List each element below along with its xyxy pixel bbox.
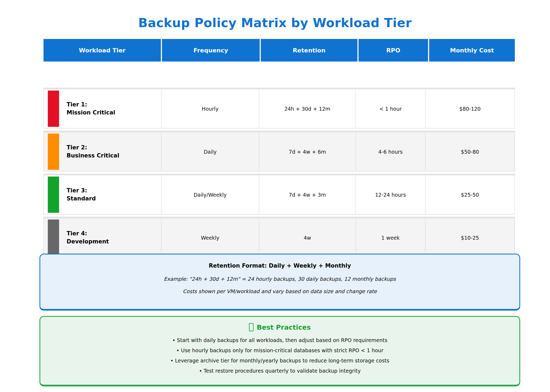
tier1-label: Tier 1: Mission Critical [67, 101, 115, 117]
tier2-label-line1: Tier 2: [67, 144, 119, 152]
best-practice-item-2: • Use hourly backups only for mission-cr… [40, 347, 519, 353]
tier1-color-bar [48, 91, 59, 127]
missing-glyph-icon [249, 323, 254, 331]
tier2-label: Tier 2: Business Critical [67, 144, 119, 160]
table-row-tier4: Tier 4: Development Weekly 4w 1 week $10… [44, 218, 515, 257]
tier1-frequency-cell: Hourly [161, 89, 259, 128]
tier1-retention-cell: 24h + 30d + 12m [259, 89, 356, 128]
best-practice-item-3: • Leverage archive tier for monthly/year… [40, 358, 519, 364]
retention-format-costs: Costs shown per VM/workload and vary bas… [40, 288, 519, 294]
tier3-frequency-cell: Daily/Weekly [161, 175, 259, 214]
tier3-color-bar [48, 177, 59, 213]
tier1-name-cell: Tier 1: Mission Critical [44, 89, 161, 128]
header-spacer [44, 62, 515, 89]
tier2-monthly-cost-cell: $50-80 [425, 132, 515, 171]
table-row-tier1: Tier 1: Mission Critical Hourly 24h + 30… [44, 89, 515, 128]
tier2-rpo-cell: 4-6 hours [356, 132, 425, 171]
tier1-label-line1: Tier 1: [67, 101, 115, 109]
tier2-frequency-cell: Daily [161, 132, 259, 171]
tier4-label-line2: Development [67, 238, 109, 246]
retention-format-title: Retention Format: Daily + Weekly + Month… [40, 262, 519, 269]
table-row-tier2: Tier 2: Business Critical Daily 7d + 4w … [44, 132, 515, 171]
tier3-label-line2: Standard [67, 195, 96, 203]
tier4-name-cell: Tier 4: Development [44, 218, 161, 257]
column-header-monthly-cost: Monthly Cost [429, 39, 515, 62]
tier4-monthly-cost-cell: $10-25 [425, 218, 515, 257]
best-practices-heading: Best Practices [40, 323, 519, 331]
column-header-rpo: RPO [359, 39, 428, 62]
tier4-label: Tier 4: Development [67, 230, 109, 246]
tier2-retention-cell: 7d + 4w + 6m [259, 132, 356, 171]
tier3-rpo-cell: 12-24 hours [356, 175, 425, 214]
tier2-name-cell: Tier 2: Business Critical [44, 132, 161, 171]
best-practices-box: Best Practices • Start with daily backup… [39, 316, 520, 386]
tier4-color-bar [48, 220, 59, 256]
tier2-color-bar [48, 134, 59, 170]
tier2-label-line2: Business Critical [67, 152, 119, 160]
policy-table: Workload Tier Frequency Retention RPO Mo… [44, 39, 515, 257]
tier3-label-line1: Tier 3: [67, 187, 96, 195]
table-header-row: Workload Tier Frequency Retention RPO Mo… [44, 39, 515, 62]
tier4-label-line1: Tier 4: [67, 230, 109, 238]
column-header-workload-tier: Workload Tier [44, 39, 161, 62]
column-header-frequency: Frequency [162, 39, 260, 62]
tier4-retention-cell: 4w [259, 218, 356, 257]
tier3-label: Tier 3: Standard [67, 187, 96, 203]
page-title: Backup Policy Matrix by Workload Tier [0, 16, 550, 30]
tier3-retention-cell: 7d + 4w + 3m [259, 175, 356, 214]
retention-format-note-box: Retention Format: Daily + Weekly + Month… [39, 254, 520, 311]
tier1-rpo-cell: < 1 hour [356, 89, 425, 128]
column-header-retention: Retention [261, 39, 357, 62]
best-practice-item-1: • Start with daily backups for all workl… [40, 337, 519, 343]
tier4-frequency-cell: Weekly [161, 218, 259, 257]
table-row-tier3: Tier 3: Standard Daily/Weekly 7d + 4w + … [44, 175, 515, 214]
tier3-name-cell: Tier 3: Standard [44, 175, 161, 214]
tier3-monthly-cost-cell: $25-50 [425, 175, 515, 214]
tier1-label-line2: Mission Critical [67, 109, 115, 117]
tier1-monthly-cost-cell: $80-120 [425, 89, 515, 128]
tier4-rpo-cell: 1 week [356, 218, 425, 257]
best-practice-item-4: • Test restore procedures quarterly to v… [40, 368, 519, 374]
backup-policy-figure: Backup Policy Matrix by Workload Tier Wo… [0, 0, 550, 392]
best-practices-heading-text: Best Practices [257, 323, 311, 331]
retention-format-example: Example: "24h + 30d + 12m" = 24 hourly b… [40, 276, 519, 282]
